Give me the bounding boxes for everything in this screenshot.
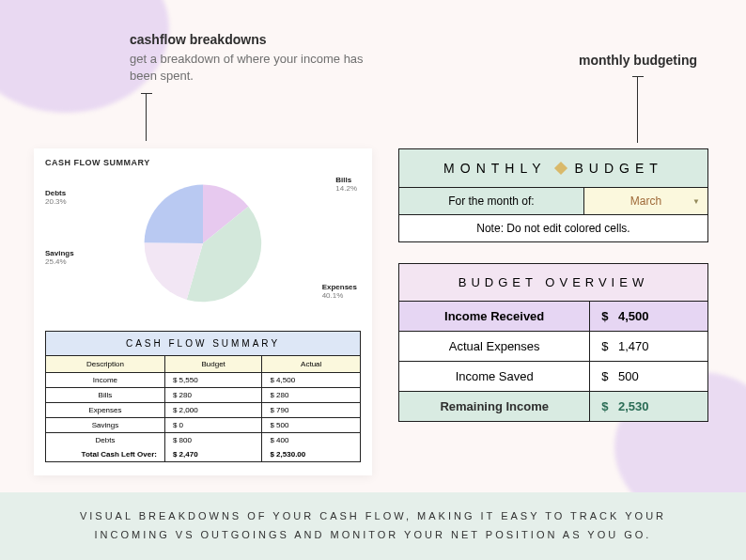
overview-label: Income Saved: [399, 362, 590, 391]
pie-label-bills: Bills 14.2%: [335, 177, 357, 194]
month-select-row: For the month of: March ▼: [399, 188, 707, 215]
overview-label: Remaining Income: [399, 392, 590, 421]
cell-desc: Bills: [46, 388, 165, 402]
monthly-budget-card: MONTHLY BUDGET For the month of: March ▼…: [398, 148, 708, 242]
pointer-line: [637, 77, 638, 143]
overview-row: Remaining Income$ 2,530: [399, 392, 707, 421]
cell-actual: $ 280: [262, 388, 360, 402]
title-word: MONTHLY: [443, 161, 546, 176]
overview-value: $ 1,470: [590, 332, 707, 361]
cell-budget: $ 280: [165, 388, 263, 402]
table-row: Debts$ 800$ 400: [46, 433, 360, 447]
chart-title: CASH FLOW SUMMARY: [45, 158, 361, 167]
title-word: BUDGET: [575, 161, 663, 176]
annotation-title: cashflow breakdowns: [130, 32, 374, 47]
col-description: Description: [46, 356, 165, 372]
cell-budget: $ 5,550: [165, 373, 263, 387]
note-text: Note: Do not edit colored cells.: [399, 215, 707, 241]
overview-row: Income Received$ 4,500: [399, 302, 707, 332]
col-budget: Budget: [165, 356, 263, 372]
table-row: Bills$ 280$ 280: [46, 388, 360, 403]
month-dropdown[interactable]: March ▼: [584, 188, 707, 214]
pie-svg: [142, 182, 264, 304]
cashflow-table: CASH FLOW SUMMARY Description Budget Act…: [45, 331, 361, 462]
cell-actual: $ 790: [262, 403, 360, 417]
cell-actual: $ 500: [262, 418, 360, 432]
total-actual: $ 2,530.00: [262, 447, 360, 461]
budget-overview-title: BUDGET OVERVIEW: [399, 264, 707, 302]
cell-desc: Debts: [46, 433, 165, 447]
cell-budget: $ 0: [165, 418, 263, 432]
total-label: Total Cash Left Over:: [46, 447, 165, 461]
pie-chart: Bills 14.2% Expenses 40.1% Savings 25.4%…: [45, 173, 361, 314]
annotation-title: monthly budgeting: [579, 53, 697, 68]
overview-row: Income Saved$ 500: [399, 362, 707, 392]
chevron-down-icon: ▼: [692, 197, 700, 206]
cell-budget: $ 800: [165, 433, 263, 447]
diamond-icon: [553, 162, 567, 175]
pie-label-debts: Debts 20.3%: [45, 190, 67, 207]
month-value: March: [630, 194, 661, 208]
overview-value: $ 4,500: [590, 302, 707, 331]
cell-desc: Income: [46, 373, 165, 387]
annotation-monthly: monthly budgeting: [579, 53, 697, 71]
overview-row: Actual Expenses$ 1,470: [399, 332, 707, 362]
overview-value: $ 500: [590, 362, 707, 391]
overview-label: Actual Expenses: [399, 332, 590, 361]
annotation-cashflow: cashflow breakdowns get a breakdown of w…: [130, 32, 374, 84]
monthly-budget-title: MONTHLY BUDGET: [399, 149, 707, 188]
overview-label: Income Received: [399, 302, 590, 331]
annotation-subtitle: get a breakdown of where your income has…: [130, 51, 374, 84]
table-row: Expenses$ 2,000$ 790: [46, 403, 360, 418]
table-row: Savings$ 0$ 500: [46, 418, 360, 433]
pie-label-expenses: Expenses 40.1%: [322, 284, 357, 301]
pointer-line: [146, 94, 147, 141]
cell-actual: $ 4,500: [262, 373, 360, 387]
overview-value: $ 2,530: [590, 392, 707, 421]
total-budget: $ 2,470: [165, 447, 263, 461]
cashflow-panel: CASH FLOW SUMMARY Bills 14.2% Expenses 4…: [34, 148, 372, 475]
table-title: CASH FLOW SUMMARY: [46, 332, 360, 356]
cell-desc: Expenses: [46, 403, 165, 417]
table-row: Income$ 5,550$ 4,500: [46, 373, 360, 388]
table-header: Description Budget Actual: [46, 356, 360, 373]
cell-actual: $ 400: [262, 433, 360, 447]
cell-desc: Savings: [46, 418, 165, 432]
month-label: For the month of:: [399, 188, 584, 214]
pie-label-savings: Savings 25.4%: [45, 250, 74, 267]
budget-overview-card: BUDGET OVERVIEW Income Received$ 4,500Ac…: [398, 263, 708, 422]
monthly-budget-panel: MONTHLY BUDGET For the month of: March ▼…: [398, 148, 708, 422]
cell-budget: $ 2,000: [165, 403, 263, 417]
col-actual: Actual: [262, 356, 360, 372]
table-total-row: Total Cash Left Over: $ 2,470 $ 2,530.00: [46, 447, 360, 461]
footer-text: VISUAL BREAKDOWNS OF YOUR CASH FLOW, MAK…: [0, 492, 746, 560]
